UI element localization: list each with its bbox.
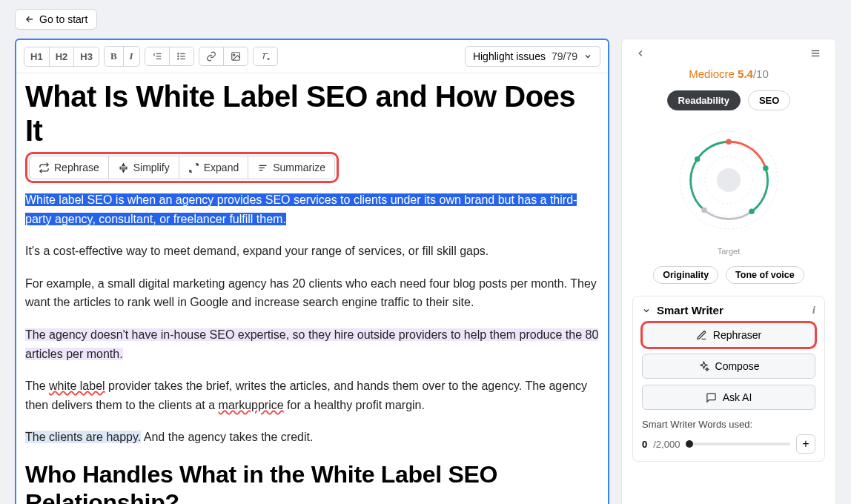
svg-point-21 [726, 139, 732, 145]
add-words-button[interactable]: + [796, 434, 815, 454]
target-label: Target [632, 247, 825, 256]
go-to-start-label: Go to start [39, 13, 87, 25]
image-button[interactable] [224, 47, 248, 65]
paragraph-3: For example, a small digital marketing a… [25, 274, 599, 312]
inline-ai-toolbar: Rephrase Simplify Expand Summarize [25, 152, 339, 183]
subheading: Who Handles What in the White Label SEO … [25, 460, 599, 504]
go-to-start-button[interactable]: Go to start [15, 9, 97, 30]
clear-formatting-button[interactable] [254, 47, 277, 65]
paragraph-5: The white label provider takes the brief… [25, 377, 599, 414]
svg-point-23 [749, 209, 755, 215]
svg-point-20 [717, 168, 741, 192]
radar-chart [632, 121, 825, 239]
chevron-down-icon [583, 52, 592, 61]
info-icon[interactable]: i [812, 304, 815, 316]
paragraph-1: White label SEO is when an agency provid… [25, 190, 599, 228]
compose-button[interactable]: Compose [642, 354, 815, 379]
usage-label: Smart Writer Words used: [642, 419, 815, 430]
unordered-list-button[interactable] [170, 47, 193, 65]
svg-point-25 [695, 156, 701, 162]
usage-limit: /2,000 [653, 439, 680, 450]
svg-point-22 [763, 165, 769, 171]
ordered-list-button[interactable] [145, 47, 170, 65]
side-panel: Mediocre 5.4/10 Readability SEO [621, 39, 836, 504]
paragraph-2: It's a cost-effective way to meet demand… [25, 242, 599, 261]
editor-toolbar: H1 H2 H3 B I [16, 40, 608, 73]
link-button[interactable] [199, 47, 224, 65]
rephraser-button[interactable]: Rephraser [642, 322, 815, 348]
document-title: What Is White Label SEO and How Does It [25, 79, 599, 147]
bold-button[interactable]: B [105, 47, 124, 66]
back-button[interactable] [632, 47, 649, 60]
svg-point-7 [177, 56, 178, 56]
heading1-button[interactable]: H1 [24, 47, 50, 66]
chevron-down-icon[interactable] [642, 306, 651, 315]
svg-point-10 [233, 54, 234, 56]
usage-slider [686, 442, 790, 445]
issue-count: 79/79 [552, 50, 577, 62]
tab-seo[interactable]: SEO [748, 90, 790, 110]
summarize-button[interactable]: Summarize [248, 156, 334, 179]
score-display: Mediocre 5.4/10 [632, 67, 825, 80]
svg-point-24 [701, 208, 707, 213]
rephrase-button[interactable]: Rephrase [30, 156, 109, 179]
paragraph-4: The agency doesn't have in-house SEO exp… [25, 325, 599, 363]
svg-point-6 [177, 53, 178, 54]
tab-originality[interactable]: Originality [653, 266, 718, 284]
tab-tone-of-voice[interactable]: Tone of voice [726, 266, 804, 284]
highlight-issues-label: Highlight issues [473, 50, 546, 62]
arrow-left-icon [24, 14, 35, 24]
highlight-issues-button[interactable]: Highlight issues 79/79 [465, 46, 600, 67]
italic-button[interactable]: I [124, 47, 139, 66]
svg-point-8 [177, 59, 178, 59]
simplify-button[interactable]: Simplify [109, 156, 179, 179]
ask-ai-button[interactable]: Ask AI [642, 385, 815, 410]
heading2-button[interactable]: H2 [50, 47, 75, 66]
paragraph-6: The clients are happy. And the agency ta… [25, 428, 599, 447]
expand-button[interactable]: Expand [179, 156, 248, 179]
menu-button[interactable] [806, 47, 825, 60]
smart-writer-title: Smart Writer [657, 304, 723, 316]
smart-writer-card: Smart Writer i Rephraser Compose Ask AI … [632, 296, 825, 462]
usage-count: 0 [642, 439, 647, 450]
heading3-button[interactable]: H3 [74, 47, 99, 66]
editor-panel: H1 H2 H3 B I [15, 39, 609, 504]
tab-readability[interactable]: Readability [667, 90, 741, 110]
editor-body[interactable]: What Is White Label SEO and How Does It … [16, 79, 608, 504]
